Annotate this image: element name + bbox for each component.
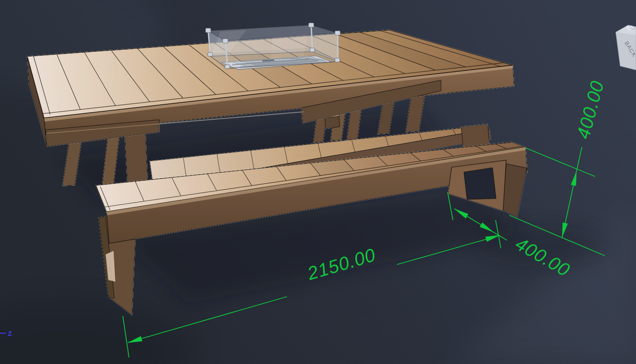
cad-viewport[interactable]: 2150.00 400.00 400.00 TOP BACK Z (0, 0, 636, 364)
glass-wind-guard (206, 23, 340, 69)
viewport-canvas[interactable]: 2150.00 400.00 400.00 TOP BACK Z (0, 0, 636, 364)
fire-pit (206, 23, 340, 70)
z-axis-label: Z (8, 330, 12, 337)
right-leg-opening (464, 168, 496, 199)
